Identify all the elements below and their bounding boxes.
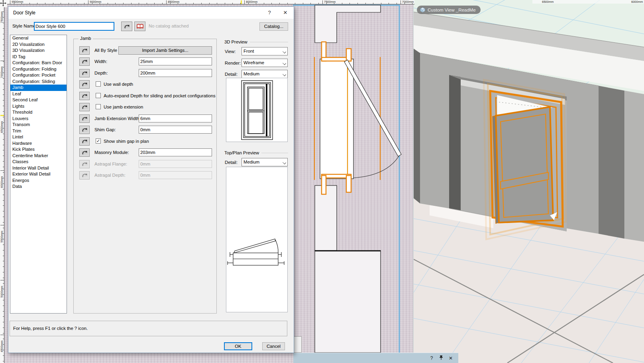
sidebar-item-2d-visualization[interactable]: 2D Visualization xyxy=(10,41,67,48)
by-style-toggle-icon[interactable] xyxy=(79,46,90,55)
by-style-toggle-icon[interactable] xyxy=(79,57,90,66)
field-input[interactable] xyxy=(139,114,212,122)
sidebar-item-energos[interactable]: Energos xyxy=(10,178,67,184)
sidebar-item-interior-wall-detail[interactable]: Interior Wall Detail xyxy=(10,165,67,172)
door-front-preview xyxy=(226,78,287,142)
by-style-toggle-icon[interactable] xyxy=(79,92,90,100)
ruler-tick xyxy=(271,3,272,4)
field-label: Astragal Flange: xyxy=(94,162,127,166)
by-style-toggle-icon[interactable] xyxy=(79,126,90,134)
sidebar-item-configuration-folding[interactable]: Configuration: Folding xyxy=(10,66,67,73)
render-value: Wireframe xyxy=(243,60,264,65)
ruler-tick xyxy=(287,3,288,4)
ruler-tick xyxy=(3,283,4,284)
ok-button[interactable]: OK xyxy=(224,342,252,350)
detail-dropdown[interactable]: Medium xyxy=(242,70,288,78)
ruler-major-tick xyxy=(322,0,323,4)
detail-label: Detail: xyxy=(225,72,238,77)
by-style-toggle-icon[interactable] xyxy=(79,69,90,77)
ruler-major-tick xyxy=(0,61,4,61)
view-badge[interactable]: Custom View _ReadMe xyxy=(417,6,481,14)
ruler-tick xyxy=(154,3,155,4)
sidebar-item-transom[interactable]: Transom xyxy=(10,122,67,128)
checkbox[interactable] xyxy=(96,93,101,98)
sidebar-item-hardware[interactable]: Hardware xyxy=(10,140,67,147)
by-style-toggle-icon[interactable] xyxy=(79,80,90,89)
dialog-title: Door Style xyxy=(13,10,35,16)
checkbox[interactable] xyxy=(96,104,101,109)
dialog-close-button[interactable]: ✕ xyxy=(279,8,291,18)
sidebar-item-lights[interactable]: Lights xyxy=(10,103,67,110)
style-transfer-button[interactable] xyxy=(121,22,132,31)
sidebar-item-id-tag[interactable]: ID Tag xyxy=(10,54,67,60)
ruler-tick xyxy=(3,84,4,84)
sidebar-item-jamb[interactable]: Jamb xyxy=(10,85,67,91)
ruler-tick xyxy=(69,3,69,4)
checkbox-label: Use jamb extension xyxy=(104,105,143,109)
catalog-book-button[interactable] xyxy=(134,22,145,31)
view-dropdown[interactable]: Front xyxy=(242,47,288,55)
ruler-tick xyxy=(3,266,4,267)
sidebar-item-louvers[interactable]: Louvers xyxy=(10,116,67,122)
catalog-button[interactable]: Catalog... xyxy=(259,22,288,31)
field-input[interactable] xyxy=(139,57,212,65)
ruler-tick xyxy=(108,3,108,4)
field-input[interactable] xyxy=(139,148,212,156)
plan-drawing[interactable] xyxy=(293,4,413,363)
import-jamb-settings-button[interactable]: Import Jamb Settings... xyxy=(118,46,212,55)
ruler-tick xyxy=(264,3,264,4)
sidebar-item-centerline-marker[interactable]: Centerline Marker xyxy=(10,153,67,159)
style-name-input[interactable] xyxy=(34,22,114,31)
by-style-toggle-icon[interactable] xyxy=(79,171,90,180)
checkbox[interactable]: ✓ xyxy=(96,138,101,144)
sidebar-item-3d-visualization[interactable]: 3D Visualization xyxy=(10,47,67,54)
sidebar-item-kick-plates[interactable]: Kick Plates xyxy=(10,146,67,153)
cancel-button[interactable]: Cancel xyxy=(262,342,285,350)
sidebar-item-leaf[interactable]: Leaf xyxy=(10,91,67,97)
by-style-toggle-icon[interactable] xyxy=(79,160,90,168)
sidebar-item-configuration-sliding[interactable]: Configuration: Sliding xyxy=(10,79,67,85)
sidebar-item-configuration-pocket[interactable]: Configuration: Pocket xyxy=(10,72,67,79)
plan-detail-dropdown[interactable]: Medium xyxy=(242,158,288,166)
preview-plan-box xyxy=(226,167,288,312)
viewport-3d[interactable] xyxy=(413,0,644,363)
palette-pin-icon[interactable] xyxy=(438,355,444,361)
sidebar-item-general[interactable]: General xyxy=(10,35,67,41)
settings-pane-list[interactable]: General2D Visualization3D VisualizationI… xyxy=(10,35,67,314)
cube-icon xyxy=(420,7,425,12)
ruler-tick xyxy=(365,3,366,4)
sidebar-item-lintel[interactable]: Lintel xyxy=(10,134,67,140)
sidebar-item-classes[interactable]: Classes xyxy=(10,159,67,165)
field-input[interactable] xyxy=(139,126,212,134)
palette-close-icon[interactable]: ✕ xyxy=(448,355,454,361)
sidebar-item-data[interactable]: Data xyxy=(10,183,67,190)
dialog-title-bar[interactable]: Door Style ? ✕ xyxy=(8,7,294,19)
by-style-toggle-icon[interactable] xyxy=(79,114,90,123)
ruler-tick xyxy=(3,222,4,223)
by-style-toggle-icon[interactable] xyxy=(79,103,90,111)
ruler-tick xyxy=(3,39,4,39)
sidebar-item-second-leaf[interactable]: Second Leaf xyxy=(10,97,67,103)
sidebar-item-trim[interactable]: Trim xyxy=(10,128,67,134)
sidebar-item-configuration-barn-door[interactable]: Configuration: Barn Door xyxy=(10,60,67,66)
sidebar-item-exterior-wall-detail[interactable]: Exterior Wall Detail xyxy=(10,171,67,178)
ruler-tick xyxy=(3,145,4,145)
palette-help-icon[interactable]: ? xyxy=(429,355,434,361)
dialog-help-button[interactable]: ? xyxy=(263,8,275,18)
door-plan-symbol[interactable] xyxy=(314,42,401,194)
by-style-toggle-icon[interactable] xyxy=(79,148,90,157)
ruler-tick xyxy=(3,311,4,312)
ruler-label: 6500mm xyxy=(0,121,4,133)
palette-title-bar[interactable]: ? ✕ xyxy=(293,353,458,363)
field-input[interactable] xyxy=(139,69,212,77)
sidebar-item-threshold[interactable]: Threshold xyxy=(10,109,67,116)
field-input xyxy=(139,160,212,168)
ruler-major-tick xyxy=(244,0,245,4)
ruler-label: 7000mm xyxy=(0,66,4,78)
render-dropdown[interactable]: Wireframe xyxy=(242,59,288,67)
ruler-tick xyxy=(3,89,4,90)
checkbox[interactable] xyxy=(96,81,101,87)
jamb-row-width: Width: xyxy=(74,57,216,67)
ruler-tick xyxy=(3,228,4,228)
by-style-toggle-icon[interactable] xyxy=(79,137,90,146)
